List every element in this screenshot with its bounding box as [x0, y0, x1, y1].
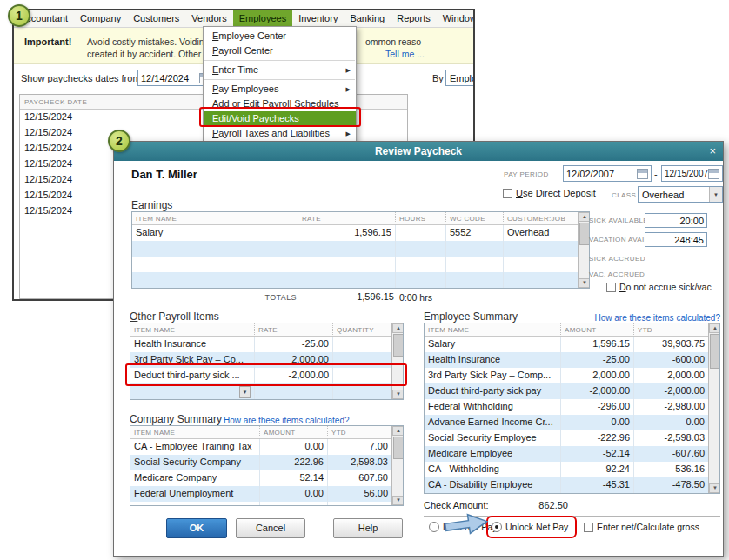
earnings-title: Earnings — [131, 199, 172, 211]
scrollbar[interactable]: ▲ ▼ — [391, 323, 404, 399]
table-cell[interactable] — [298, 241, 395, 257]
no-accrue-checkbox[interactable] — [606, 283, 616, 292]
step-badge-1: 1 — [8, 4, 30, 27]
table-cell[interactable] — [395, 272, 445, 288]
menu-customers[interactable]: Customers — [127, 10, 185, 27]
table-cell[interactable] — [445, 241, 503, 257]
scroll-up-icon[interactable]: ▲ — [392, 426, 404, 436]
notice-title: Important! — [24, 37, 71, 47]
unlock-net-pay-radio[interactable] — [492, 522, 502, 532]
table-row: Medicare Employee-52.14-607.60 — [425, 446, 708, 462]
calendar-icon[interactable] — [708, 169, 719, 179]
scrollbar-thumb[interactable] — [710, 334, 720, 369]
menu-item-add-edit-payroll-schedules[interactable]: Add or Edit Payroll Schedules — [204, 97, 356, 111]
tell-me-link[interactable]: Tell me ... — [385, 49, 425, 59]
table-cell: Health Insurance — [425, 352, 560, 368]
table-cell[interactable] — [445, 272, 503, 288]
table-cell[interactable] — [332, 337, 391, 352]
scroll-down-icon[interactable]: ▼ — [709, 483, 720, 493]
menu-employees[interactable]: Employees — [233, 10, 292, 27]
other-items-row: Health Insurance -25.00 — [130, 337, 391, 352]
use-direct-deposit-checkbox[interactable] — [503, 189, 512, 198]
table-cell[interactable] — [395, 225, 445, 241]
cancel-button[interactable]: Cancel — [236, 518, 305, 538]
calendar-icon[interactable] — [637, 169, 648, 179]
table-cell: Federal Withholding — [425, 399, 560, 415]
sick-available-field[interactable]: 20:00 — [645, 213, 707, 228]
table-cell[interactable] — [503, 272, 578, 288]
scrollbar-thumb[interactable] — [393, 334, 404, 357]
class-select[interactable]: Overhead ▼ — [638, 186, 723, 203]
lock-net-pay-radio[interactable] — [429, 522, 439, 532]
table-cell: -222.96 — [560, 430, 633, 446]
table-cell[interactable] — [132, 241, 298, 257]
scroll-up-icon[interactable]: ▲ — [392, 323, 404, 333]
menu-item-pay-employees[interactable]: Pay Employees▶ — [204, 82, 356, 97]
table-cell[interactable]: Overhead — [503, 225, 578, 241]
table-cell[interactable] — [332, 352, 391, 368]
chevron-down-icon[interactable]: ▼ — [709, 187, 722, 202]
pay-period-to-field[interactable]: 12/15/2007 — [661, 165, 723, 182]
close-icon[interactable]: × — [709, 142, 716, 161]
scroll-up-icon[interactable]: ▲ — [709, 323, 720, 333]
table-cell: 56.00 — [327, 486, 391, 502]
menu-vendors[interactable]: Vendors — [185, 10, 232, 27]
table-cell[interactable]: 2,000.00 — [254, 352, 332, 368]
table-cell[interactable]: -25.00 — [254, 337, 332, 352]
company-summary-calc-link[interactable]: How are these items calculated? — [224, 416, 350, 425]
menu-banking[interactable]: Banking — [344, 10, 391, 27]
scrollbar[interactable]: ▲ ▼ — [578, 212, 590, 288]
table-cell[interactable] — [503, 241, 578, 257]
menu-inventory[interactable]: Inventory — [292, 10, 344, 27]
table-cell[interactable]: 5552 — [445, 225, 503, 241]
table-cell[interactable]: 3rd Party Sick Pay – Co... — [130, 352, 254, 368]
table-row — [130, 502, 391, 506]
table-cell[interactable] — [132, 272, 298, 288]
menu-window[interactable]: Window — [437, 10, 475, 27]
table-cell[interactable] — [332, 368, 391, 383]
enter-net-checkbox[interactable] — [584, 523, 593, 532]
menu-item-payroll-taxes-liabilities[interactable]: Payroll Taxes and Liabilities▶ — [204, 126, 356, 141]
scroll-down-icon[interactable]: ▼ — [392, 496, 404, 505]
chevron-down-icon[interactable]: ▼ — [239, 386, 251, 398]
scrollbar[interactable]: ▲ ▼ — [391, 426, 404, 505]
other-items-row: 3rd Party Sick Pay – Co... 2,000.00 — [130, 352, 391, 368]
table-row: Social Security Company222.962,598.03 — [130, 455, 391, 470]
table-cell: 0.00 — [633, 415, 708, 430]
menu-item-employee-center[interactable]: Employee Center — [204, 29, 356, 43]
menu-item-payroll-center[interactable]: Payroll Center — [204, 43, 356, 58]
scroll-down-icon[interactable]: ▼ — [579, 278, 590, 288]
table-cell[interactable] — [132, 257, 298, 272]
table-cell: Social Security Employee — [425, 430, 560, 446]
vacation-avail-field[interactable]: 248:45 — [645, 232, 707, 247]
help-button[interactable]: Help — [333, 518, 403, 538]
table-cell[interactable]: 1,596.15 — [298, 225, 395, 241]
table-cell[interactable] — [395, 241, 445, 257]
pay-period-from-field[interactable]: 12/02/2007 — [563, 165, 652, 182]
table-cell[interactable]: Health Insurance — [130, 337, 254, 352]
table-cell[interactable] — [254, 383, 332, 399]
ok-button[interactable]: OK — [166, 518, 227, 538]
table-cell[interactable] — [445, 257, 503, 272]
menu-reports[interactable]: Reports — [391, 10, 437, 27]
table-cell[interactable] — [298, 272, 395, 288]
company-summary-title: Company Summary — [130, 413, 222, 425]
menu-item-enter-time[interactable]: Enter Time▶ — [204, 63, 356, 77]
table-cell[interactable] — [298, 257, 395, 272]
table-cell[interactable] — [503, 257, 578, 272]
table-cell[interactable]: ▼ — [130, 383, 254, 399]
menu-company[interactable]: Company — [74, 10, 127, 27]
other-payroll-items-table: ITEM NAME RATE QUANTITY Health Insurance… — [130, 323, 404, 400]
menu-item-edit-void-paychecks[interactable]: Edit/Void Paychecks — [204, 111, 356, 126]
table-cell[interactable]: -2,000.00 — [254, 368, 332, 383]
scroll-down-icon[interactable]: ▼ — [392, 390, 404, 399]
submenu-arrow-icon: ▶ — [346, 63, 351, 77]
scrollbar-thumb[interactable] — [393, 437, 404, 459]
scrollbar[interactable]: ▲ ▼ — [708, 323, 720, 493]
employee-summary-calc-link[interactable]: How are these items calculated? — [520, 313, 720, 323]
table-cell[interactable]: Deduct third-party sick ... — [130, 368, 254, 383]
table-cell[interactable] — [395, 257, 445, 272]
table-cell[interactable] — [332, 383, 391, 399]
table-cell[interactable]: Salary — [132, 225, 298, 241]
by-employee-select[interactable]: Employee — [445, 70, 475, 86]
